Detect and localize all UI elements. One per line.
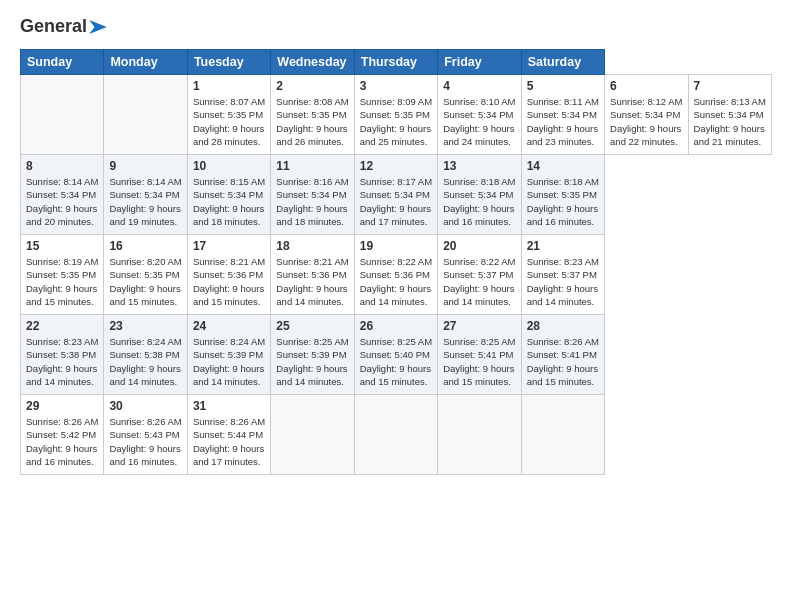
calendar-cell: 20Sunrise: 8:22 AMSunset: 5:37 PMDayligh…: [438, 235, 521, 315]
day-info: Sunrise: 8:10 AMSunset: 5:34 PMDaylight:…: [443, 95, 515, 148]
calendar-cell: 16Sunrise: 8:20 AMSunset: 5:35 PMDayligh…: [104, 235, 187, 315]
weekday-header: Tuesday: [187, 50, 270, 75]
day-number: 14: [527, 159, 599, 173]
calendar-cell: 24Sunrise: 8:24 AMSunset: 5:39 PMDayligh…: [187, 315, 270, 395]
day-info: Sunrise: 8:19 AMSunset: 5:35 PMDaylight:…: [26, 255, 98, 308]
day-number: 20: [443, 239, 515, 253]
day-number: 23: [109, 319, 181, 333]
logo-arrow-icon: [89, 20, 107, 34]
calendar-cell: [521, 395, 604, 475]
day-number: 21: [527, 239, 599, 253]
calendar-cell: 15Sunrise: 8:19 AMSunset: 5:35 PMDayligh…: [21, 235, 104, 315]
calendar-cell: 5Sunrise: 8:11 AMSunset: 5:34 PMDaylight…: [521, 75, 604, 155]
day-number: 24: [193, 319, 265, 333]
day-info: Sunrise: 8:08 AMSunset: 5:35 PMDaylight:…: [276, 95, 348, 148]
svg-marker-0: [89, 20, 107, 34]
calendar-cell: 13Sunrise: 8:18 AMSunset: 5:34 PMDayligh…: [438, 155, 521, 235]
day-number: 12: [360, 159, 432, 173]
day-info: Sunrise: 8:14 AMSunset: 5:34 PMDaylight:…: [26, 175, 98, 228]
day-info: Sunrise: 8:21 AMSunset: 5:36 PMDaylight:…: [193, 255, 265, 308]
calendar-week-row: 8Sunrise: 8:14 AMSunset: 5:34 PMDaylight…: [21, 155, 772, 235]
calendar-cell: 9Sunrise: 8:14 AMSunset: 5:34 PMDaylight…: [104, 155, 187, 235]
calendar-cell: [271, 395, 354, 475]
day-info: Sunrise: 8:22 AMSunset: 5:36 PMDaylight:…: [360, 255, 432, 308]
day-number: 8: [26, 159, 98, 173]
calendar-week-row: 1Sunrise: 8:07 AMSunset: 5:35 PMDaylight…: [21, 75, 772, 155]
calendar-cell: 2Sunrise: 8:08 AMSunset: 5:35 PMDaylight…: [271, 75, 354, 155]
calendar-cell: 1Sunrise: 8:07 AMSunset: 5:35 PMDaylight…: [187, 75, 270, 155]
calendar-cell: 10Sunrise: 8:15 AMSunset: 5:34 PMDayligh…: [187, 155, 270, 235]
day-info: Sunrise: 8:12 AMSunset: 5:34 PMDaylight:…: [610, 95, 682, 148]
weekday-header: Wednesday: [271, 50, 354, 75]
day-info: Sunrise: 8:25 AMSunset: 5:40 PMDaylight:…: [360, 335, 432, 388]
calendar-cell: 19Sunrise: 8:22 AMSunset: 5:36 PMDayligh…: [354, 235, 437, 315]
day-info: Sunrise: 8:17 AMSunset: 5:34 PMDaylight:…: [360, 175, 432, 228]
calendar-cell: [438, 395, 521, 475]
calendar-cell: 7Sunrise: 8:13 AMSunset: 5:34 PMDaylight…: [688, 75, 772, 155]
day-info: Sunrise: 8:07 AMSunset: 5:35 PMDaylight:…: [193, 95, 265, 148]
day-info: Sunrise: 8:26 AMSunset: 5:44 PMDaylight:…: [193, 415, 265, 468]
day-info: Sunrise: 8:16 AMSunset: 5:34 PMDaylight:…: [276, 175, 348, 228]
day-info: Sunrise: 8:26 AMSunset: 5:43 PMDaylight:…: [109, 415, 181, 468]
day-info: Sunrise: 8:23 AMSunset: 5:37 PMDaylight:…: [527, 255, 599, 308]
page-container: General SundayMondayTuesdayWednesdayThur…: [0, 0, 792, 485]
calendar-cell: 27Sunrise: 8:25 AMSunset: 5:41 PMDayligh…: [438, 315, 521, 395]
day-number: 25: [276, 319, 348, 333]
day-info: Sunrise: 8:26 AMSunset: 5:41 PMDaylight:…: [527, 335, 599, 388]
day-number: 5: [527, 79, 599, 93]
day-info: Sunrise: 8:11 AMSunset: 5:34 PMDaylight:…: [527, 95, 599, 148]
weekday-header: Thursday: [354, 50, 437, 75]
calendar-cell: 28Sunrise: 8:26 AMSunset: 5:41 PMDayligh…: [521, 315, 604, 395]
day-info: Sunrise: 8:23 AMSunset: 5:38 PMDaylight:…: [26, 335, 98, 388]
day-number: 26: [360, 319, 432, 333]
day-number: 19: [360, 239, 432, 253]
calendar-table: SundayMondayTuesdayWednesdayThursdayFrid…: [20, 49, 772, 475]
day-info: Sunrise: 8:24 AMSunset: 5:39 PMDaylight:…: [193, 335, 265, 388]
day-number: 7: [694, 79, 767, 93]
weekday-header: Monday: [104, 50, 187, 75]
logo: General: [20, 16, 107, 35]
day-info: Sunrise: 8:18 AMSunset: 5:34 PMDaylight:…: [443, 175, 515, 228]
calendar-cell: 6Sunrise: 8:12 AMSunset: 5:34 PMDaylight…: [605, 75, 688, 155]
calendar-cell: 31Sunrise: 8:26 AMSunset: 5:44 PMDayligh…: [187, 395, 270, 475]
day-info: Sunrise: 8:24 AMSunset: 5:38 PMDaylight:…: [109, 335, 181, 388]
day-number: 1: [193, 79, 265, 93]
calendar-cell: 8Sunrise: 8:14 AMSunset: 5:34 PMDaylight…: [21, 155, 104, 235]
calendar-cell: 17Sunrise: 8:21 AMSunset: 5:36 PMDayligh…: [187, 235, 270, 315]
weekday-header: Saturday: [521, 50, 604, 75]
day-info: Sunrise: 8:22 AMSunset: 5:37 PMDaylight:…: [443, 255, 515, 308]
day-number: 29: [26, 399, 98, 413]
day-number: 11: [276, 159, 348, 173]
calendar-cell: 11Sunrise: 8:16 AMSunset: 5:34 PMDayligh…: [271, 155, 354, 235]
day-number: 2: [276, 79, 348, 93]
calendar-cell: [21, 75, 104, 155]
day-info: Sunrise: 8:14 AMSunset: 5:34 PMDaylight:…: [109, 175, 181, 228]
weekday-header: Friday: [438, 50, 521, 75]
day-number: 6: [610, 79, 682, 93]
day-info: Sunrise: 8:13 AMSunset: 5:34 PMDaylight:…: [694, 95, 767, 148]
calendar-cell: 29Sunrise: 8:26 AMSunset: 5:42 PMDayligh…: [21, 395, 104, 475]
calendar-week-row: 29Sunrise: 8:26 AMSunset: 5:42 PMDayligh…: [21, 395, 772, 475]
calendar-cell: 30Sunrise: 8:26 AMSunset: 5:43 PMDayligh…: [104, 395, 187, 475]
calendar-cell: 21Sunrise: 8:23 AMSunset: 5:37 PMDayligh…: [521, 235, 604, 315]
day-number: 18: [276, 239, 348, 253]
calendar-week-row: 15Sunrise: 8:19 AMSunset: 5:35 PMDayligh…: [21, 235, 772, 315]
calendar-cell: [354, 395, 437, 475]
weekday-header: Sunday: [21, 50, 104, 75]
day-number: 31: [193, 399, 265, 413]
day-number: 3: [360, 79, 432, 93]
calendar-cell: 23Sunrise: 8:24 AMSunset: 5:38 PMDayligh…: [104, 315, 187, 395]
day-number: 27: [443, 319, 515, 333]
day-number: 10: [193, 159, 265, 173]
calendar-cell: 3Sunrise: 8:09 AMSunset: 5:35 PMDaylight…: [354, 75, 437, 155]
day-info: Sunrise: 8:18 AMSunset: 5:35 PMDaylight:…: [527, 175, 599, 228]
day-number: 13: [443, 159, 515, 173]
day-number: 17: [193, 239, 265, 253]
logo-general: General: [20, 16, 87, 37]
day-number: 28: [527, 319, 599, 333]
day-info: Sunrise: 8:26 AMSunset: 5:42 PMDaylight:…: [26, 415, 98, 468]
header: General: [20, 16, 772, 35]
day-number: 22: [26, 319, 98, 333]
calendar-cell: [104, 75, 187, 155]
calendar-cell: 25Sunrise: 8:25 AMSunset: 5:39 PMDayligh…: [271, 315, 354, 395]
